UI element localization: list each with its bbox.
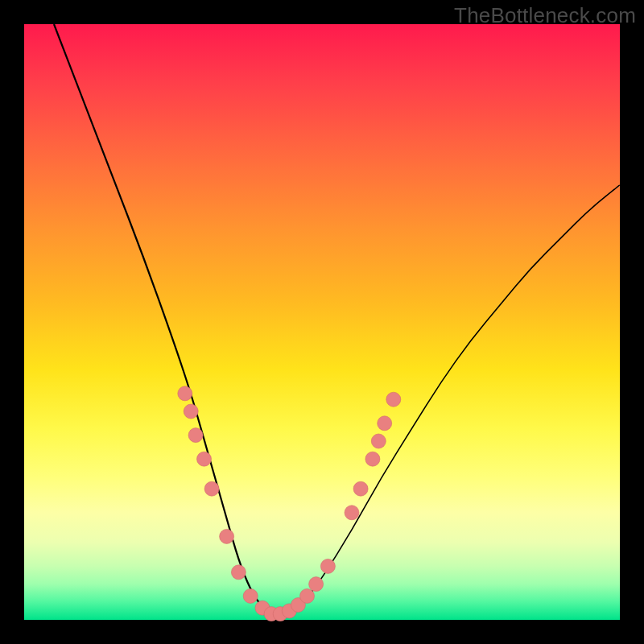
marker-dot: [371, 434, 386, 448]
curve-right-branch: [275, 185, 620, 614]
marker-dot: [243, 588, 258, 603]
marker-dot: [386, 392, 401, 407]
marker-dot: [353, 481, 368, 496]
marker-dot: [188, 428, 203, 443]
marker-dot: [320, 559, 335, 573]
marker-dot: [178, 386, 192, 401]
chart-frame: TheBottleneck.com: [0, 0, 644, 644]
marker-dot: [204, 481, 219, 496]
marker-dot: [220, 529, 234, 543]
marker-dot: [184, 404, 198, 419]
chart-svg: [24, 24, 620, 620]
marker-dot: [197, 452, 212, 466]
marker-dot: [378, 416, 392, 431]
marker-dot: [345, 506, 359, 520]
marker-dot: [231, 565, 246, 580]
marker-dot: [300, 588, 315, 603]
marker-dot: [365, 452, 380, 466]
curve-left-branch: [54, 24, 275, 614]
marker-dot: [309, 577, 324, 592]
